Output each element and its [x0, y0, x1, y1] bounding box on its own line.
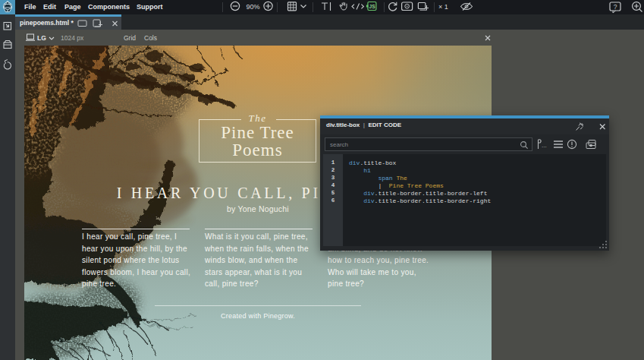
- svg-text:?: ?: [614, 3, 617, 11]
- svg-text:...: ...: [542, 142, 547, 149]
- svg-text:90%: 90%: [247, 3, 260, 11]
- svg-text:× 1: × 1: [438, 3, 448, 11]
- svg-text:JS: JS: [369, 4, 376, 9]
